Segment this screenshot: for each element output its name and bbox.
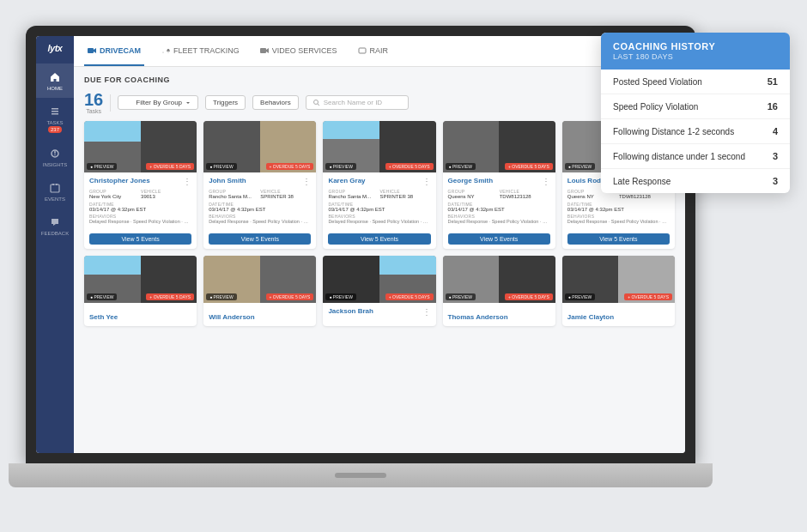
overdue-badge-r2-1: + OVERDUE 5 DAYS — [266, 293, 314, 300]
overdue-badge-r2-4: + OVERDUE 5 DAYS — [624, 293, 672, 300]
preview-badge-r2-1[interactable]: ● PREVIEW — [206, 293, 236, 300]
driver-name-r2-0: Seth Yee — [89, 313, 118, 321]
main-content: DRIVECAM FLEET TRACKING VIDEO SERVICES — [74, 36, 685, 453]
card-menu-1[interactable]: ⋮ — [302, 177, 311, 186]
card-image-2: ● PREVIEW + OVERDUE 5 DAYS — [323, 121, 435, 172]
overdue-badge-3: + OVERDUE 5 DAYS — [505, 163, 553, 170]
sidebar-item-feedback[interactable]: FEEDBACK — [36, 209, 74, 243]
driver-name-r2-1: Will Anderson — [209, 313, 254, 321]
popup-row-3: Following distance under 1 second 3 — [601, 144, 790, 169]
preview-badge-r2-3[interactable]: ● PREVIEW — [446, 293, 476, 300]
laptop-base — [9, 463, 713, 487]
popup-row-0: Posted Speed Violation 51 — [601, 70, 790, 94]
overdue-badge-1: + OVERDUE 5 DAYS — [266, 163, 314, 170]
driver-card-r2-4: ● PREVIEW + OVERDUE 5 DAYS Jamie Clayton — [562, 256, 675, 326]
card-menu-r2-2[interactable]: ⋮ — [422, 307, 431, 317]
tasks-icon — [48, 105, 62, 118]
preview-badge-1[interactable]: ● PREVIEW — [206, 163, 236, 170]
card-image-0: ● PREVIEW + OVERDUE 5 DAYS — [84, 121, 197, 172]
driver-card-3: ● PREVIEW + OVERDUE 5 DAYS George Smith … — [443, 121, 555, 249]
preview-badge-0[interactable]: ● PREVIEW — [87, 163, 117, 170]
svg-rect-0 — [52, 108, 58, 110]
tasks-badge: 237 — [48, 126, 62, 133]
popup-row-label-4: Late Response — [613, 177, 766, 186]
filter-triggers-btn[interactable]: Triggers — [205, 95, 246, 110]
overdue-badge-0: + OVERDUE 5 DAYS — [146, 163, 194, 170]
card-menu-3[interactable]: ⋮ — [542, 177, 550, 186]
card-image-r2-2: ● PREVIEW + OVERDUE 5 DAYS — [323, 256, 435, 303]
svg-rect-11 — [359, 48, 366, 53]
sidebar: lytx HOME TASKS 237 — [36, 36, 74, 453]
card-image-r2-1: ● PREVIEW + OVERDUE 5 DAYS — [203, 256, 316, 303]
popup-row-4: Late Response 3 — [601, 169, 790, 193]
driver-card-0: ● PREVIEW + OVERDUE 5 DAYS Christopher J… — [84, 121, 197, 249]
filter-group-btn[interactable]: Filter By Group — [118, 95, 198, 110]
content-area: DUE FOR COACHING 16 Tasks Fi — [74, 67, 685, 453]
sidebar-item-events[interactable]: EVENTS — [36, 174, 74, 209]
tab-video[interactable]: VIDEO SERVICES — [257, 36, 341, 66]
preview-badge-r2-2[interactable]: ● PREVIEW — [325, 293, 355, 300]
card-image-3: ● PREVIEW + OVERDUE 5 DAYS — [443, 121, 555, 172]
preview-badge-r2-4[interactable]: ● PREVIEW — [565, 293, 595, 300]
driver-name-r2-2: Jackson Brah — [328, 307, 373, 317]
preview-badge-r2-0[interactable]: ● PREVIEW — [87, 293, 117, 300]
popup-row-value-4: 3 — [773, 176, 778, 186]
sidebar-label-insights: INSIGHTS — [43, 162, 67, 167]
driver-name-0: Christopher Jones — [89, 177, 150, 184]
cards-grid-row1: ● PREVIEW + OVERDUE 5 DAYS Christopher J… — [84, 121, 675, 249]
svg-line-13 — [318, 104, 319, 106]
tasks-count: 16 Tasks — [84, 91, 103, 114]
driver-name-r2-4: Jamie Clayton — [567, 313, 614, 321]
app-logo: lytx — [48, 43, 63, 53]
view-events-btn-2[interactable]: View 5 Events — [328, 233, 430, 245]
driver-card-2: ● PREVIEW + OVERDUE 5 DAYS Karen Gray ⋮ — [323, 121, 435, 249]
popup-body: Posted Speed Violation 51 Speed Policy V… — [601, 70, 790, 193]
view-events-btn-1[interactable]: View 5 Events — [209, 233, 311, 245]
search-input[interactable]: Search Name or ID — [306, 95, 409, 110]
card-image-r2-3: ● PREVIEW + OVERDUE 5 DAYS — [443, 256, 555, 303]
sidebar-label-home: HOME — [47, 86, 63, 91]
tab-drivecam[interactable]: DRIVECAM — [84, 36, 144, 66]
overdue-badge-r2-0: + OVERDUE 5 DAYS — [146, 293, 194, 300]
sidebar-item-tasks[interactable]: TASKS 237 — [36, 98, 74, 140]
card-menu-2[interactable]: ⋮ — [422, 177, 431, 186]
tab-fleet[interactable]: FLEET TRACKING — [158, 36, 243, 66]
popup-row-label-3: Following distance under 1 second — [613, 152, 766, 161]
sidebar-item-insights[interactable]: INSIGHTS — [36, 140, 74, 174]
filter-divider — [110, 94, 111, 112]
tab-rair[interactable]: RAIR — [355, 36, 392, 66]
driver-card-1: ● PREVIEW + OVERDUE 5 DAYS John Smith ⋮ — [203, 121, 316, 249]
popup-row-label-2: Following Distance 1-2 seconds — [613, 127, 766, 136]
overdue-badge-2: + OVERDUE 5 DAYS — [385, 163, 434, 170]
card-image-1: ● PREVIEW + OVERDUE 5 DAYS — [203, 121, 316, 172]
popup-row-label-0: Posted Speed Violation — [613, 77, 761, 87]
popup-row-2: Following Distance 1-2 seconds 4 — [601, 119, 790, 144]
driver-name-r2-3: Thomas Anderson — [448, 313, 508, 321]
preview-badge-2[interactable]: ● PREVIEW — [325, 163, 355, 170]
view-events-btn-4[interactable]: View 5 Events — [567, 233, 670, 245]
popup-row-value-2: 4 — [773, 126, 778, 136]
sidebar-label-tasks: TASKS — [46, 120, 63, 125]
driver-name-3: George Smith — [448, 177, 493, 184]
popup-row-1: Speed Policy Violation 16 — [601, 94, 790, 119]
view-events-btn-3[interactable]: View 5 Events — [448, 233, 550, 245]
svg-point-12 — [313, 100, 318, 104]
svg-rect-10 — [260, 48, 266, 53]
popup-row-value-3: 3 — [773, 151, 778, 161]
popup-row-value-1: 16 — [768, 101, 778, 112]
cards-grid-row2: ● PREVIEW + OVERDUE 5 DAYS Seth Yee — [84, 256, 675, 326]
filter-behaviors-btn[interactable]: Behaviors — [252, 95, 299, 110]
preview-badge-3[interactable]: ● PREVIEW — [446, 163, 476, 170]
tasks-bar: 16 Tasks Filter By Group — [84, 91, 675, 114]
card-menu-0[interactable]: ⋮ — [183, 177, 191, 186]
svg-rect-6 — [51, 184, 59, 192]
popup-header: COACHING HISTORY LAST 180 DAYS — [601, 33, 790, 70]
svg-rect-1 — [52, 111, 58, 112]
svg-rect-9 — [88, 48, 94, 53]
view-events-btn-0[interactable]: View 5 Events — [89, 233, 191, 245]
tasks-label: Tasks — [86, 108, 101, 114]
preview-badge-4[interactable]: ● PREVIEW — [565, 163, 595, 170]
card-image-r2-4: ● PREVIEW + OVERDUE 5 DAYS — [562, 256, 675, 303]
driver-name-2: Karen Gray — [328, 177, 365, 184]
sidebar-item-home[interactable]: HOME — [36, 63, 74, 98]
